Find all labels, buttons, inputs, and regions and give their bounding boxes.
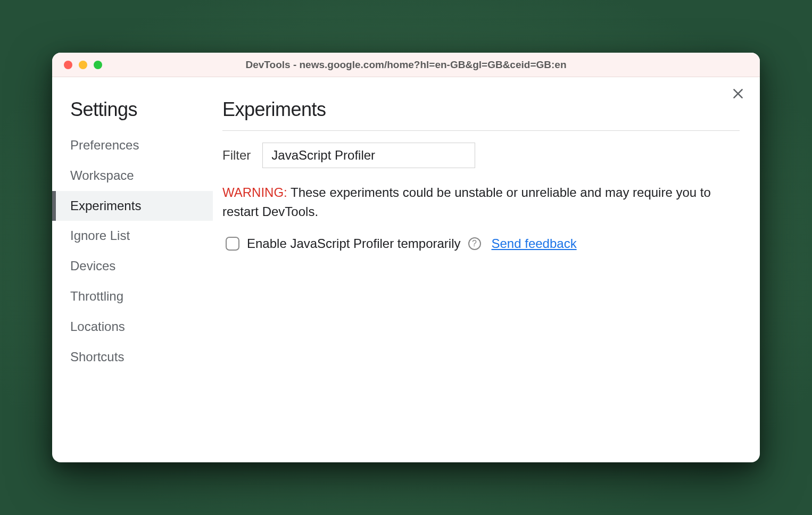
experiment-label: Enable JavaScript Profiler temporarily <box>247 236 461 251</box>
filter-row: Filter <box>222 143 740 168</box>
pane-title: Experiments <box>222 98 740 121</box>
sidebar-item-devices[interactable]: Devices <box>52 251 213 281</box>
sidebar-item-preferences[interactable]: Preferences <box>52 130 213 161</box>
sidebar-item-shortcuts[interactable]: Shortcuts <box>52 342 213 372</box>
close-settings-button[interactable] <box>731 87 745 101</box>
titlebar: DevTools - news.google.com/home?hl=en-GB… <box>52 53 760 77</box>
filter-label: Filter <box>222 148 251 163</box>
sidebar-item-ignore-list[interactable]: Ignore List <box>52 221 213 251</box>
devtools-window: DevTools - news.google.com/home?hl=en-GB… <box>52 53 760 462</box>
sidebar-item-experiments[interactable]: Experiments <box>52 191 213 221</box>
sidebar-item-workspace[interactable]: Workspace <box>52 161 213 191</box>
filter-input[interactable] <box>262 143 475 168</box>
warning-message: WARNING: These experiments could be unst… <box>222 183 740 221</box>
settings-title: Settings <box>52 98 213 130</box>
warning-body: These experiments could be unstable or u… <box>222 185 711 219</box>
settings-sidebar: Settings Preferences Workspace Experimen… <box>52 77 213 462</box>
window-title: DevTools - news.google.com/home?hl=en-GB… <box>52 59 760 71</box>
traffic-lights <box>52 61 102 69</box>
experiments-pane: Experiments Filter WARNING: These experi… <box>213 77 760 462</box>
divider <box>222 130 740 131</box>
sidebar-item-throttling[interactable]: Throttling <box>52 281 213 312</box>
experiment-checkbox[interactable] <box>226 237 239 251</box>
window-minimize-button[interactable] <box>79 61 87 69</box>
window-zoom-button[interactable] <box>94 61 102 69</box>
close-icon <box>731 87 745 101</box>
send-feedback-link[interactable]: Send feedback <box>492 236 577 251</box>
experiment-row: Enable JavaScript Profiler temporarily ?… <box>222 236 740 251</box>
sidebar-item-locations[interactable]: Locations <box>52 312 213 342</box>
help-icon[interactable]: ? <box>468 237 481 250</box>
warning-label: WARNING: <box>222 185 287 200</box>
settings-panel: Settings Preferences Workspace Experimen… <box>52 77 760 462</box>
window-close-button[interactable] <box>64 61 72 69</box>
